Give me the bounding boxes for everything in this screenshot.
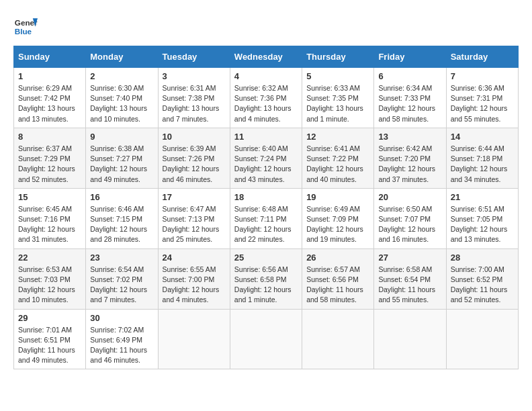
cell-content: Sunrise: 7:02 AMSunset: 6:49 PMDaylight:… — [90, 326, 147, 365]
day-number: 17 — [163, 192, 226, 202]
day-number: 30 — [90, 313, 153, 323]
calendar-cell: 12Sunrise: 6:41 AMSunset: 7:22 PMDayligh… — [302, 128, 374, 188]
calendar-cell: 16Sunrise: 6:46 AMSunset: 7:15 PMDayligh… — [86, 188, 158, 248]
weekday-header: Tuesday — [158, 46, 230, 68]
calendar-cell: 22Sunrise: 6:53 AMSunset: 7:03 PMDayligh… — [14, 248, 86, 309]
day-number: 19 — [306, 192, 369, 202]
cell-content: Sunrise: 6:33 AMSunset: 7:35 PMDaylight:… — [306, 84, 363, 123]
cell-content: Sunrise: 6:50 AMSunset: 7:07 PMDaylight:… — [378, 205, 435, 244]
day-number: 23 — [90, 253, 153, 263]
calendar-cell: 13Sunrise: 6:42 AMSunset: 7:20 PMDayligh… — [374, 128, 446, 188]
cell-content: Sunrise: 6:45 AMSunset: 7:16 PMDaylight:… — [18, 205, 75, 244]
cell-content: Sunrise: 6:55 AMSunset: 7:00 PMDaylight:… — [163, 265, 220, 304]
logo-icon: General Blue — [13, 13, 38, 38]
header: General Blue — [13, 13, 519, 38]
weekday-header: Wednesday — [230, 46, 302, 68]
calendar-cell: 18Sunrise: 6:48 AMSunset: 7:11 PMDayligh… — [230, 188, 302, 248]
cell-content: Sunrise: 7:00 AMSunset: 6:52 PMDaylight:… — [451, 265, 508, 304]
calendar-cell: 24Sunrise: 6:55 AMSunset: 7:00 PMDayligh… — [158, 248, 230, 309]
cell-content: Sunrise: 6:34 AMSunset: 7:33 PMDaylight:… — [378, 84, 435, 123]
logo: General Blue — [13, 13, 38, 38]
calendar-cell: 20Sunrise: 6:50 AMSunset: 7:07 PMDayligh… — [374, 188, 446, 248]
calendar-cell — [230, 309, 302, 369]
calendar-week-row: 29Sunrise: 7:01 AMSunset: 6:51 PMDayligh… — [14, 309, 519, 369]
cell-content: Sunrise: 6:58 AMSunset: 6:54 PMDaylight:… — [378, 265, 435, 304]
cell-content: Sunrise: 6:47 AMSunset: 7:13 PMDaylight:… — [163, 205, 220, 244]
calendar-cell: 4Sunrise: 6:32 AMSunset: 7:36 PMDaylight… — [230, 68, 302, 128]
weekday-header: Sunday — [14, 46, 86, 68]
cell-content: Sunrise: 6:39 AMSunset: 7:26 PMDaylight:… — [163, 144, 220, 183]
day-number: 5 — [306, 71, 369, 81]
cell-content: Sunrise: 6:29 AMSunset: 7:42 PMDaylight:… — [18, 84, 75, 123]
cell-content: Sunrise: 6:44 AMSunset: 7:18 PMDaylight:… — [451, 144, 508, 183]
calendar-cell: 9Sunrise: 6:38 AMSunset: 7:27 PMDaylight… — [86, 128, 158, 188]
calendar-cell: 3Sunrise: 6:31 AMSunset: 7:38 PMDaylight… — [158, 68, 230, 128]
day-number: 26 — [306, 253, 369, 263]
calendar-week-row: 8Sunrise: 6:37 AMSunset: 7:29 PMDaylight… — [14, 128, 519, 188]
day-number: 3 — [163, 71, 226, 81]
day-number: 28 — [451, 253, 514, 263]
day-number: 25 — [234, 253, 298, 263]
cell-content: Sunrise: 6:31 AMSunset: 7:38 PMDaylight:… — [163, 84, 220, 123]
cell-content: Sunrise: 6:56 AMSunset: 6:58 PMDaylight:… — [234, 265, 292, 304]
day-number: 4 — [234, 71, 298, 81]
cell-content: Sunrise: 6:37 AMSunset: 7:29 PMDaylight:… — [18, 144, 75, 183]
day-number: 27 — [378, 253, 441, 263]
calendar-cell: 23Sunrise: 6:54 AMSunset: 7:02 PMDayligh… — [86, 248, 158, 309]
day-number: 13 — [378, 132, 441, 142]
cell-content: Sunrise: 6:36 AMSunset: 7:31 PMDaylight:… — [451, 84, 508, 123]
cell-content: Sunrise: 6:42 AMSunset: 7:20 PMDaylight:… — [378, 144, 435, 183]
day-number: 21 — [451, 192, 514, 202]
day-number: 15 — [18, 192, 81, 202]
calendar-cell: 30Sunrise: 7:02 AMSunset: 6:49 PMDayligh… — [86, 309, 158, 369]
cell-content: Sunrise: 6:38 AMSunset: 7:27 PMDaylight:… — [90, 144, 147, 183]
cell-content: Sunrise: 6:51 AMSunset: 7:05 PMDaylight:… — [451, 205, 508, 244]
cell-content: Sunrise: 6:54 AMSunset: 7:02 PMDaylight:… — [90, 265, 147, 304]
calendar-cell — [302, 309, 374, 369]
day-number: 24 — [163, 253, 226, 263]
cell-content: Sunrise: 6:48 AMSunset: 7:11 PMDaylight:… — [234, 205, 292, 244]
calendar-week-row: 22Sunrise: 6:53 AMSunset: 7:03 PMDayligh… — [14, 248, 519, 309]
day-number: 11 — [234, 132, 298, 142]
cell-content: Sunrise: 6:49 AMSunset: 7:09 PMDaylight:… — [306, 205, 363, 244]
day-number: 29 — [18, 313, 81, 323]
svg-text:Blue: Blue — [15, 27, 32, 36]
calendar-cell: 17Sunrise: 6:47 AMSunset: 7:13 PMDayligh… — [158, 188, 230, 248]
calendar-week-row: 1Sunrise: 6:29 AMSunset: 7:42 PMDaylight… — [14, 68, 519, 128]
calendar-cell: 7Sunrise: 6:36 AMSunset: 7:31 PMDaylight… — [446, 68, 518, 128]
weekday-header: Thursday — [302, 46, 374, 68]
calendar-cell: 15Sunrise: 6:45 AMSunset: 7:16 PMDayligh… — [14, 188, 86, 248]
calendar-cell: 8Sunrise: 6:37 AMSunset: 7:29 PMDaylight… — [14, 128, 86, 188]
day-number: 8 — [18, 132, 81, 142]
calendar-cell: 10Sunrise: 6:39 AMSunset: 7:26 PMDayligh… — [158, 128, 230, 188]
calendar-cell: 25Sunrise: 6:56 AMSunset: 6:58 PMDayligh… — [230, 248, 302, 309]
calendar-cell: 26Sunrise: 6:57 AMSunset: 6:56 PMDayligh… — [302, 248, 374, 309]
cell-content: Sunrise: 6:46 AMSunset: 7:15 PMDaylight:… — [90, 205, 147, 244]
calendar-cell: 27Sunrise: 6:58 AMSunset: 6:54 PMDayligh… — [374, 248, 446, 309]
calendar-body: 1Sunrise: 6:29 AMSunset: 7:42 PMDaylight… — [14, 68, 519, 369]
day-number: 14 — [451, 132, 514, 142]
day-number: 12 — [306, 132, 369, 142]
calendar-cell: 6Sunrise: 6:34 AMSunset: 7:33 PMDaylight… — [374, 68, 446, 128]
day-number: 22 — [18, 253, 81, 263]
calendar-cell: 5Sunrise: 6:33 AMSunset: 7:35 PMDaylight… — [302, 68, 374, 128]
cell-content: Sunrise: 6:32 AMSunset: 7:36 PMDaylight:… — [234, 84, 292, 123]
day-number: 7 — [451, 71, 514, 81]
calendar-cell — [446, 309, 518, 369]
day-number: 2 — [90, 71, 153, 81]
weekday-header: Monday — [86, 46, 158, 68]
cell-content: Sunrise: 6:30 AMSunset: 7:40 PMDaylight:… — [90, 84, 147, 123]
day-number: 9 — [90, 132, 153, 142]
calendar-cell: 11Sunrise: 6:40 AMSunset: 7:24 PMDayligh… — [230, 128, 302, 188]
calendar-table: SundayMondayTuesdayWednesdayThursdayFrid… — [13, 46, 519, 369]
weekday-header: Friday — [374, 46, 446, 68]
calendar-cell: 1Sunrise: 6:29 AMSunset: 7:42 PMDaylight… — [14, 68, 86, 128]
cell-content: Sunrise: 6:57 AMSunset: 6:56 PMDaylight:… — [306, 265, 363, 304]
calendar-cell — [374, 309, 446, 369]
day-number: 16 — [90, 192, 153, 202]
calendar-cell: 2Sunrise: 6:30 AMSunset: 7:40 PMDaylight… — [86, 68, 158, 128]
day-number: 18 — [234, 192, 298, 202]
cell-content: Sunrise: 6:53 AMSunset: 7:03 PMDaylight:… — [18, 265, 75, 304]
calendar-cell — [158, 309, 230, 369]
calendar-cell: 14Sunrise: 6:44 AMSunset: 7:18 PMDayligh… — [446, 128, 518, 188]
